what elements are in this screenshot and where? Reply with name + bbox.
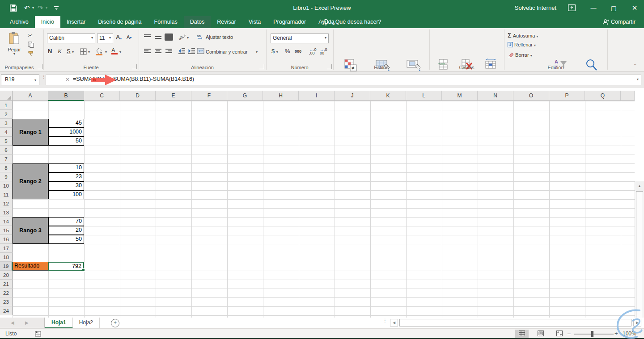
column-header-B[interactable]: B bbox=[48, 91, 84, 101]
decrease-indent-icon[interactable] bbox=[178, 48, 186, 54]
column-header-H[interactable]: H bbox=[263, 91, 299, 101]
collapse-ribbon-icon[interactable]: ⌃ bbox=[633, 63, 637, 68]
align-left-icon[interactable] bbox=[144, 49, 151, 54]
tab-datos[interactable]: Datos bbox=[184, 16, 211, 28]
cell-B11[interactable]: 100 bbox=[48, 190, 84, 199]
row-header-6[interactable]: 6 bbox=[0, 146, 13, 155]
row-header-4[interactable]: 4 bbox=[0, 128, 13, 137]
row-header-5[interactable]: 5 bbox=[0, 137, 13, 146]
sheet-next-icon[interactable]: ▶ bbox=[25, 318, 29, 328]
fill-color-icon[interactable] bbox=[95, 47, 103, 55]
tab-vista[interactable]: Vista bbox=[242, 16, 267, 28]
column-header-J[interactable]: J bbox=[335, 91, 370, 101]
orientation-dropdown-icon[interactable]: ▾ bbox=[187, 36, 189, 40]
row-header-10[interactable]: 10 bbox=[0, 181, 13, 190]
column-header-I[interactable]: I bbox=[299, 91, 335, 101]
dialog-launcher-icon[interactable] bbox=[327, 64, 332, 69]
tab-revisar[interactable]: Revisar bbox=[211, 16, 242, 28]
row-header-11[interactable]: 11 bbox=[0, 190, 13, 199]
row-header-8[interactable]: 8 bbox=[0, 163, 13, 172]
tab-programador[interactable]: Programador bbox=[267, 16, 312, 28]
dialog-launcher-icon[interactable] bbox=[259, 64, 264, 69]
fill-handle[interactable] bbox=[82, 268, 85, 272]
cell-B9[interactable]: 23 bbox=[48, 172, 84, 181]
row-header-20[interactable]: 20 bbox=[0, 271, 13, 280]
shrink-font-icon[interactable]: A▾ bbox=[127, 34, 131, 40]
increase-decimal-icon[interactable]: ←.0,00 bbox=[309, 48, 317, 55]
close-icon[interactable]: ✕ bbox=[628, 0, 641, 16]
increase-indent-icon[interactable] bbox=[188, 48, 195, 54]
hscroll-left-icon[interactable]: ◀ bbox=[390, 319, 398, 326]
align-bottom-icon[interactable] bbox=[165, 33, 173, 41]
formula-bar-expand-icon[interactable]: ▾ bbox=[637, 78, 639, 81]
macro-record-icon[interactable] bbox=[35, 331, 41, 337]
name-box[interactable]: B19 ▾ bbox=[1, 74, 39, 85]
column-header-partial[interactable] bbox=[621, 91, 635, 101]
scroll-up-icon[interactable]: ▲ bbox=[635, 181, 644, 188]
fill-color-dropdown-icon[interactable]: ▾ bbox=[105, 50, 107, 54]
cut-icon[interactable]: ✂ bbox=[28, 33, 33, 39]
copy-icon[interactable] bbox=[28, 42, 34, 48]
dialog-launcher-icon[interactable] bbox=[132, 64, 137, 69]
tabbar-splitter[interactable]: ⋮ bbox=[383, 319, 387, 322]
italic-button[interactable]: K bbox=[58, 48, 62, 55]
cell-B14[interactable]: 70 bbox=[48, 217, 84, 226]
column-header-N[interactable]: N bbox=[478, 91, 513, 101]
cell-A14[interactable]: Rango 3 bbox=[13, 217, 48, 244]
row-header-17[interactable]: 17 bbox=[0, 244, 13, 253]
number-format-select[interactable]: General▾ bbox=[271, 33, 329, 43]
row-header-18[interactable]: 18 bbox=[0, 253, 13, 262]
sheet-tab-hoja1[interactable]: Hoja1 bbox=[45, 318, 73, 328]
column-header-M[interactable]: M bbox=[442, 91, 478, 101]
dialog-launcher-icon[interactable] bbox=[38, 64, 42, 69]
column-header-O[interactable]: O bbox=[513, 91, 549, 101]
grow-font-icon[interactable]: A▴ bbox=[116, 33, 122, 41]
merge-center-label[interactable]: Combinar y centrar bbox=[206, 49, 248, 54]
sheet-prev-icon[interactable]: ◀ bbox=[11, 318, 14, 328]
ribbon-display-options-icon[interactable] bbox=[568, 4, 576, 11]
row-header-22[interactable]: 22 bbox=[0, 289, 13, 297]
cell-A3[interactable]: Rango 1 bbox=[13, 119, 48, 146]
cell-B3[interactable]: 45 bbox=[48, 119, 84, 128]
maximize-icon[interactable]: ▢ bbox=[607, 0, 620, 16]
row-header-16[interactable]: 16 bbox=[0, 235, 13, 244]
row-header-19[interactable]: 19 bbox=[0, 262, 13, 271]
tab-formulas[interactable]: Fórmulas bbox=[148, 16, 184, 28]
name-box-dropdown-icon[interactable]: ▾ bbox=[34, 79, 36, 82]
zoom-slider[interactable] bbox=[574, 334, 614, 335]
cell-B4[interactable]: 1000 bbox=[48, 128, 84, 137]
cell-B8[interactable]: 10 bbox=[48, 163, 84, 172]
sheet-tab-hoja2[interactable]: Hoja2 bbox=[73, 318, 100, 328]
merge-dropdown-icon[interactable]: ▾ bbox=[256, 50, 258, 54]
currency-format-icon[interactable]: $ ▾ bbox=[271, 48, 278, 54]
column-header-C[interactable]: C bbox=[84, 91, 120, 101]
wrap-text-label[interactable]: Ajustar texto bbox=[206, 34, 233, 40]
select-all-corner[interactable] bbox=[0, 91, 13, 101]
row-header-15[interactable]: 15 bbox=[0, 226, 13, 235]
tab-inicio[interactable]: Inicio bbox=[35, 16, 60, 28]
row-header-23[interactable]: 23 bbox=[0, 297, 13, 306]
column-header-F[interactable]: F bbox=[191, 91, 227, 101]
merge-center-icon[interactable] bbox=[197, 48, 204, 54]
orientation-icon[interactable]: ab bbox=[178, 33, 186, 41]
font-color-icon[interactable]: A bbox=[111, 47, 118, 54]
row-header-13[interactable]: 13 bbox=[0, 208, 13, 217]
row-header-14[interactable]: 14 bbox=[0, 217, 13, 226]
tab-diseno-de-pagina[interactable]: Diseño de página bbox=[92, 16, 148, 28]
column-header-E[interactable]: E bbox=[156, 91, 191, 101]
tell-me-search[interactable]: ¿Qué desea hacer? bbox=[332, 16, 381, 28]
align-top-icon[interactable] bbox=[144, 34, 151, 40]
cells-background[interactable] bbox=[13, 101, 635, 318]
paste-button[interactable]: Pegar ▾ bbox=[4, 32, 24, 56]
align-middle-icon[interactable] bbox=[155, 34, 161, 40]
borders-dropdown-icon[interactable]: ▾ bbox=[88, 50, 90, 54]
zoom-out-icon[interactable]: − bbox=[567, 330, 571, 337]
comma-format-icon[interactable]: 000 bbox=[295, 49, 301, 54]
underline-button[interactable]: S bbox=[67, 48, 71, 54]
cancel-icon[interactable]: ✕ bbox=[65, 76, 70, 83]
add-sheet-icon[interactable]: + bbox=[111, 319, 119, 327]
cell-B19[interactable]: 792 bbox=[48, 262, 84, 271]
row-header-24[interactable]: 24 bbox=[0, 306, 13, 315]
row-header-1[interactable]: 1 bbox=[0, 101, 13, 110]
column-header-K[interactable]: K bbox=[370, 91, 406, 101]
